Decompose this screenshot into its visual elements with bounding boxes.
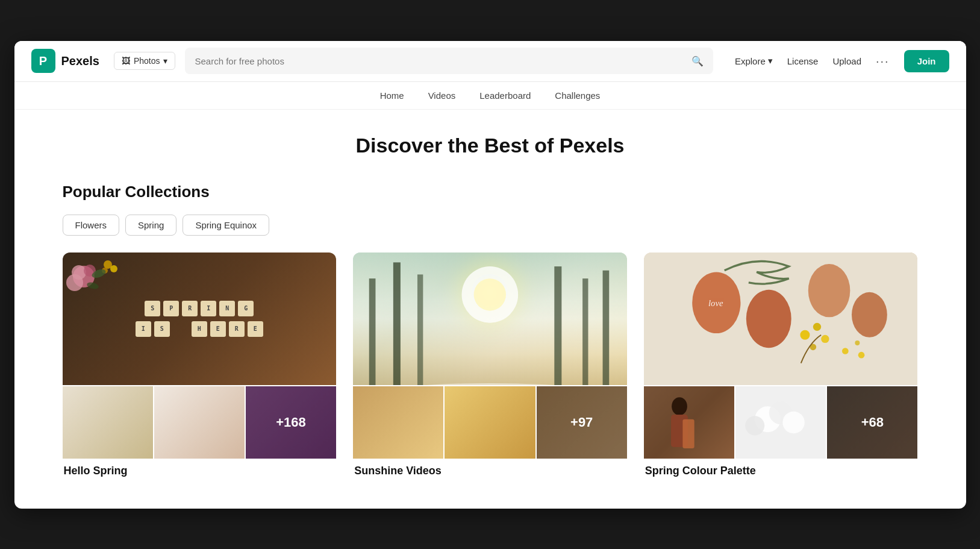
sunshine-count-badge: +97 xyxy=(537,386,627,459)
svg-point-11 xyxy=(474,278,506,310)
navbar: P Pexels 🖼 Photos ▾ 🔍 Explore ▾ License … xyxy=(14,41,966,82)
spring-count-badge: +168 xyxy=(246,386,336,459)
nav-challenges[interactable]: Challenges xyxy=(555,90,600,101)
svg-rect-12 xyxy=(369,278,376,385)
svg-point-39 xyxy=(782,411,804,433)
search-icon: 🔍 xyxy=(691,55,704,67)
svg-rect-15 xyxy=(554,266,561,385)
svg-point-33 xyxy=(672,397,687,415)
sunshine-thumb-count: +97 xyxy=(537,386,627,459)
flowers-overlay: SPRING ISHERE xyxy=(63,253,337,385)
filter-tab-flowers[interactable]: Flowers xyxy=(63,215,120,236)
chevron-down-icon: ▾ xyxy=(768,55,773,66)
spring-thumb-2 xyxy=(154,386,245,459)
svg-point-31 xyxy=(858,351,865,358)
thumb-row-3: +68 xyxy=(644,386,918,457)
photos-label: Photos xyxy=(134,56,160,66)
palette-main-image: love xyxy=(644,253,918,385)
photos-dropdown-button[interactable]: 🖼 Photos ▾ xyxy=(114,52,176,70)
page-title: Discover the Best of Pexels xyxy=(63,134,918,157)
palette-thumb-1 xyxy=(644,386,734,459)
collection-images-2: +97 xyxy=(353,253,627,457)
collection-images-3: love xyxy=(644,253,918,457)
brand-name: Pexels xyxy=(61,54,99,68)
license-link[interactable]: License xyxy=(787,56,819,66)
logo-area[interactable]: P Pexels xyxy=(31,49,99,73)
more-options-button[interactable]: ··· xyxy=(876,54,890,68)
nav-home[interactable]: Home xyxy=(380,90,404,101)
search-input[interactable] xyxy=(195,56,685,66)
palette-thumb-count: +68 xyxy=(827,386,917,459)
svg-rect-17 xyxy=(603,270,610,384)
secondary-nav: Home Videos Leaderboard Challenges xyxy=(14,82,966,110)
svg-rect-13 xyxy=(393,262,401,385)
svg-rect-35 xyxy=(682,419,694,448)
collection-card-sunshine[interactable]: +97 Sunshine Videos xyxy=(353,253,627,478)
scrabble-tiles: SPRING ISHERE xyxy=(136,301,263,337)
collections-section-title: Popular Collections xyxy=(63,183,918,201)
thumb-row-1: +168 xyxy=(63,386,337,457)
explore-link[interactable]: Explore ▾ xyxy=(735,55,773,66)
collections-grid: SPRING ISHERE xyxy=(63,253,918,478)
svg-point-25 xyxy=(800,330,810,339)
palette-thumb-2 xyxy=(735,386,826,459)
thumb-row-2: +97 xyxy=(353,386,627,457)
filter-tab-spring[interactable]: Spring xyxy=(125,215,176,236)
spring-thumb-1 xyxy=(63,386,153,459)
svg-point-3 xyxy=(66,274,83,291)
svg-text:love: love xyxy=(708,298,723,307)
main-content: Discover the Best of Pexels Popular Coll… xyxy=(14,110,966,509)
sunshine-main-image xyxy=(353,253,627,385)
svg-rect-14 xyxy=(417,274,423,385)
filter-tab-spring-equinox[interactable]: Spring Equinox xyxy=(183,215,269,236)
nav-links: Explore ▾ License Upload ··· Join xyxy=(735,50,949,72)
svg-point-22 xyxy=(808,264,850,317)
svg-point-29 xyxy=(842,348,849,354)
svg-rect-16 xyxy=(582,278,588,385)
collection-card-hello-spring[interactable]: SPRING ISHERE xyxy=(63,253,337,478)
photo-icon: 🖼 xyxy=(122,56,130,66)
pexels-logo-icon: P xyxy=(31,49,55,73)
sunshine-thumb-1 xyxy=(353,386,443,459)
spring-thumb-count: +168 xyxy=(246,386,336,459)
search-bar: 🔍 xyxy=(185,48,713,74)
palette-title: Spring Colour Palette xyxy=(644,457,918,478)
svg-point-23 xyxy=(852,292,887,337)
svg-point-30 xyxy=(855,340,860,345)
svg-point-21 xyxy=(746,289,791,347)
chevron-down-icon: ▾ xyxy=(163,56,167,66)
nav-leaderboard[interactable]: Leaderboard xyxy=(479,90,531,101)
svg-point-27 xyxy=(821,334,829,342)
filter-tabs: Flowers Spring Spring Equinox xyxy=(63,215,918,236)
spring-main-image: SPRING ISHERE xyxy=(63,253,337,385)
join-button[interactable]: Join xyxy=(904,50,949,72)
upload-link[interactable]: Upload xyxy=(832,56,861,66)
collection-images-1: SPRING ISHERE xyxy=(63,253,337,457)
palette-count-badge: +68 xyxy=(827,386,917,459)
nav-videos[interactable]: Videos xyxy=(428,90,456,101)
collection-card-palette[interactable]: love xyxy=(644,253,918,478)
svg-point-5 xyxy=(110,265,117,272)
sunshine-title: Sunshine Videos xyxy=(353,457,627,478)
svg-point-26 xyxy=(813,322,821,330)
hello-spring-title: Hello Spring xyxy=(63,457,337,478)
sunshine-thumb-2 xyxy=(445,386,535,459)
svg-point-40 xyxy=(745,416,764,435)
browser-frame: P Pexels 🖼 Photos ▾ 🔍 Explore ▾ License … xyxy=(14,41,966,509)
